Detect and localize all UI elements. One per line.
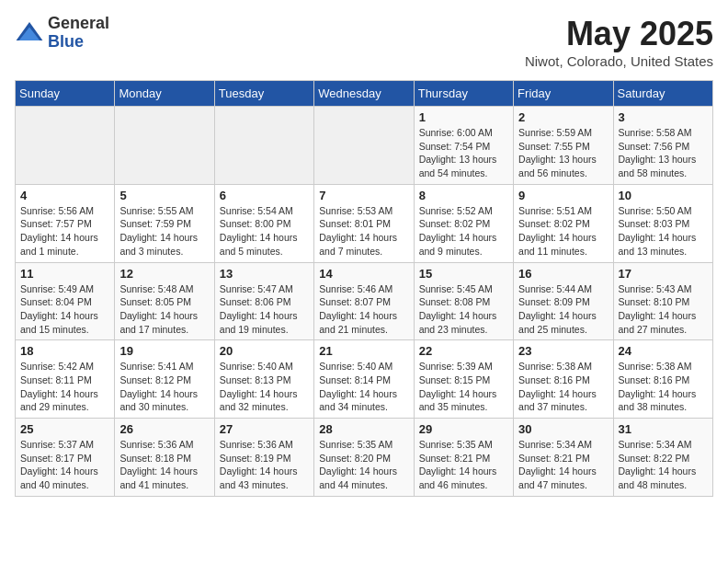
day-number: 22 <box>419 344 508 358</box>
day-info: Sunrise: 5:43 AMSunset: 8:10 PMDaylight:… <box>619 282 708 337</box>
day-number: 3 <box>619 110 708 124</box>
calendar-cell: 21Sunrise: 5:40 AMSunset: 8:14 PMDayligh… <box>314 340 414 419</box>
day-number: 11 <box>20 267 109 281</box>
calendar-cell: 18Sunrise: 5:42 AMSunset: 8:11 PMDayligh… <box>16 340 115 419</box>
day-number: 7 <box>319 189 408 202</box>
day-info: Sunrise: 5:51 AMSunset: 8:02 PMDaylight:… <box>518 204 608 259</box>
calendar-cell <box>115 107 214 185</box>
calendar-cell: 11Sunrise: 5:49 AMSunset: 8:04 PMDayligh… <box>16 262 115 340</box>
weekday-header-saturday: Saturday <box>613 81 712 107</box>
calendar-cell: 30Sunrise: 5:34 AMSunset: 8:21 PMDayligh… <box>514 419 613 497</box>
day-number: 28 <box>319 422 408 436</box>
day-number: 9 <box>518 189 608 202</box>
day-number: 26 <box>119 422 209 436</box>
calendar-cell: 20Sunrise: 5:40 AMSunset: 8:13 PMDayligh… <box>214 340 313 419</box>
day-number: 16 <box>518 267 608 281</box>
calendar-cell: 31Sunrise: 5:34 AMSunset: 8:22 PMDayligh… <box>613 419 712 497</box>
day-number: 1 <box>419 110 508 124</box>
calendar-cell: 12Sunrise: 5:48 AMSunset: 8:05 PMDayligh… <box>115 262 214 340</box>
day-info: Sunrise: 5:44 AMSunset: 8:09 PMDaylight:… <box>518 282 608 337</box>
calendar-table: SundayMondayTuesdayWednesdayThursdayFrid… <box>15 80 713 497</box>
day-number: 5 <box>119 189 209 202</box>
calendar-cell: 23Sunrise: 5:38 AMSunset: 8:16 PMDayligh… <box>514 340 613 419</box>
day-info: Sunrise: 5:37 AMSunset: 8:17 PMDaylight:… <box>20 438 109 492</box>
logo-general: General <box>48 15 109 33</box>
day-number: 23 <box>518 344 608 358</box>
day-number: 25 <box>20 422 109 436</box>
day-info: Sunrise: 5:54 AMSunset: 8:00 PMDaylight:… <box>220 204 309 259</box>
day-number: 4 <box>20 189 109 202</box>
day-info: Sunrise: 5:59 AMSunset: 7:55 PMDaylight:… <box>518 126 608 180</box>
calendar-cell: 9Sunrise: 5:51 AMSunset: 8:02 PMDaylight… <box>514 184 613 262</box>
day-info: Sunrise: 5:39 AMSunset: 8:15 PMDaylight:… <box>419 360 508 414</box>
day-number: 21 <box>319 344 408 358</box>
week-row-1: 1Sunrise: 6:00 AMSunset: 7:54 PMDaylight… <box>16 107 713 185</box>
day-number: 24 <box>619 344 708 358</box>
logo-blue: Blue <box>48 33 109 52</box>
calendar-cell <box>314 107 414 185</box>
week-row-3: 11Sunrise: 5:49 AMSunset: 8:04 PMDayligh… <box>16 262 713 340</box>
calendar-cell: 2Sunrise: 5:59 AMSunset: 7:55 PMDaylight… <box>514 107 613 185</box>
day-number: 6 <box>220 189 309 202</box>
day-number: 2 <box>518 110 608 124</box>
calendar-cell: 28Sunrise: 5:35 AMSunset: 8:20 PMDayligh… <box>314 419 414 497</box>
day-info: Sunrise: 5:38 AMSunset: 8:16 PMDaylight:… <box>518 360 608 414</box>
calendar-cell: 14Sunrise: 5:46 AMSunset: 8:07 PMDayligh… <box>314 262 414 340</box>
calendar-cell: 15Sunrise: 5:45 AMSunset: 8:08 PMDayligh… <box>414 262 513 340</box>
day-info: Sunrise: 5:40 AMSunset: 8:13 PMDaylight:… <box>220 360 309 414</box>
weekday-header-friday: Friday <box>514 81 613 107</box>
day-number: 15 <box>419 267 508 281</box>
calendar-cell: 13Sunrise: 5:47 AMSunset: 8:06 PMDayligh… <box>214 262 313 340</box>
day-number: 12 <box>119 267 209 281</box>
day-info: Sunrise: 5:41 AMSunset: 8:12 PMDaylight:… <box>119 360 209 414</box>
day-number: 10 <box>619 189 708 202</box>
day-number: 27 <box>220 422 309 436</box>
day-number: 17 <box>619 267 708 281</box>
calendar-cell <box>214 107 313 185</box>
weekday-header-wednesday: Wednesday <box>314 81 414 107</box>
day-info: Sunrise: 5:35 AMSunset: 8:20 PMDaylight:… <box>319 438 408 492</box>
calendar-cell: 5Sunrise: 5:55 AMSunset: 7:59 PMDaylight… <box>115 184 214 262</box>
day-info: Sunrise: 5:36 AMSunset: 8:18 PMDaylight:… <box>119 438 209 492</box>
calendar-cell: 4Sunrise: 5:56 AMSunset: 7:57 PMDaylight… <box>16 184 115 262</box>
day-info: Sunrise: 5:58 AMSunset: 7:56 PMDaylight:… <box>619 126 708 180</box>
day-info: Sunrise: 5:47 AMSunset: 8:06 PMDaylight:… <box>220 282 309 337</box>
calendar-title: May 2025 <box>525 15 713 53</box>
week-row-2: 4Sunrise: 5:56 AMSunset: 7:57 PMDaylight… <box>16 184 713 262</box>
day-number: 31 <box>619 422 708 436</box>
calendar-cell: 24Sunrise: 5:38 AMSunset: 8:16 PMDayligh… <box>613 340 712 419</box>
calendar-cell: 17Sunrise: 5:43 AMSunset: 8:10 PMDayligh… <box>613 262 712 340</box>
calendar-cell <box>16 107 115 185</box>
day-info: Sunrise: 5:56 AMSunset: 7:57 PMDaylight:… <box>20 204 109 259</box>
day-info: Sunrise: 5:52 AMSunset: 8:02 PMDaylight:… <box>419 204 508 259</box>
weekday-header-thursday: Thursday <box>414 81 513 107</box>
weekday-header-row: SundayMondayTuesdayWednesdayThursdayFrid… <box>16 81 713 107</box>
day-info: Sunrise: 5:53 AMSunset: 8:01 PMDaylight:… <box>319 204 408 259</box>
calendar-cell: 8Sunrise: 5:52 AMSunset: 8:02 PMDaylight… <box>414 184 513 262</box>
calendar-cell: 29Sunrise: 5:35 AMSunset: 8:21 PMDayligh… <box>414 419 513 497</box>
day-number: 14 <box>319 267 408 281</box>
title-area: May 2025 Niwot, Colorado, United States <box>525 15 713 69</box>
calendar-cell: 16Sunrise: 5:44 AMSunset: 8:09 PMDayligh… <box>514 262 613 340</box>
day-number: 8 <box>419 189 508 202</box>
logo: General Blue <box>15 15 109 52</box>
day-info: Sunrise: 5:36 AMSunset: 8:19 PMDaylight:… <box>220 438 309 492</box>
day-info: Sunrise: 5:38 AMSunset: 8:16 PMDaylight:… <box>619 360 708 414</box>
day-info: Sunrise: 5:34 AMSunset: 8:21 PMDaylight:… <box>518 438 608 492</box>
calendar-cell: 10Sunrise: 5:50 AMSunset: 8:03 PMDayligh… <box>613 184 712 262</box>
day-info: Sunrise: 5:34 AMSunset: 8:22 PMDaylight:… <box>619 438 708 492</box>
day-info: Sunrise: 5:48 AMSunset: 8:05 PMDaylight:… <box>119 282 209 337</box>
logo-icon <box>15 18 44 48</box>
day-number: 29 <box>419 422 508 436</box>
calendar-cell: 1Sunrise: 6:00 AMSunset: 7:54 PMDaylight… <box>414 107 513 185</box>
day-info: Sunrise: 5:49 AMSunset: 8:04 PMDaylight:… <box>20 282 109 337</box>
day-number: 18 <box>20 344 109 358</box>
weekday-header-monday: Monday <box>115 81 214 107</box>
week-row-4: 18Sunrise: 5:42 AMSunset: 8:11 PMDayligh… <box>16 340 713 419</box>
day-info: Sunrise: 5:35 AMSunset: 8:21 PMDaylight:… <box>419 438 508 492</box>
logo-text: General Blue <box>48 15 109 52</box>
week-row-5: 25Sunrise: 5:37 AMSunset: 8:17 PMDayligh… <box>16 419 713 497</box>
weekday-header-tuesday: Tuesday <box>214 81 313 107</box>
day-number: 30 <box>518 422 608 436</box>
day-number: 20 <box>220 344 309 358</box>
